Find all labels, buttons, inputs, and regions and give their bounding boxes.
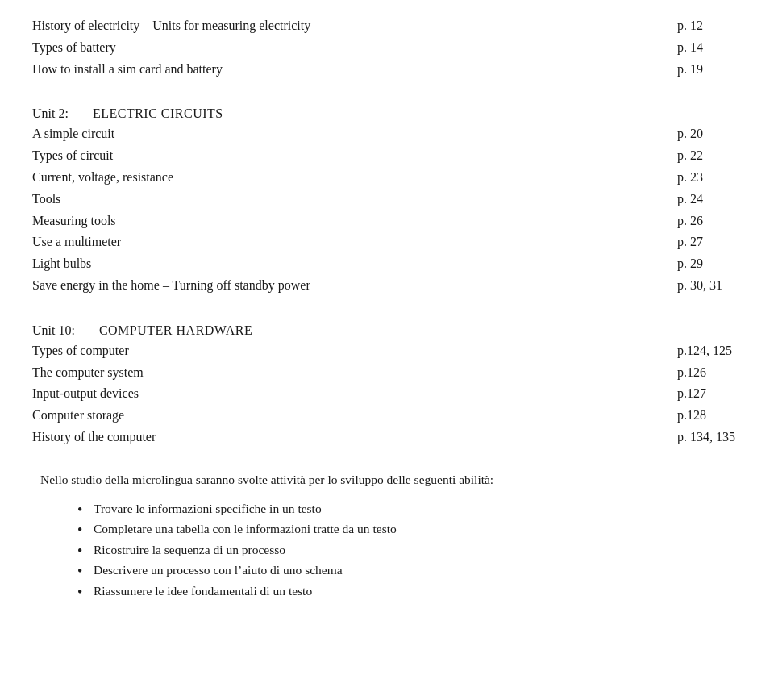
- toc-label: Tools: [32, 190, 677, 210]
- toc-row: A simple circuit p. 20: [32, 124, 742, 144]
- toc-row: Save energy in the home – Turning off st…: [32, 276, 742, 296]
- toc-label: Save energy in the home – Turning off st…: [32, 276, 677, 296]
- toc-row: How to install a sim card and battery p.…: [32, 60, 742, 80]
- toc-label: Use a multimeter: [32, 232, 677, 252]
- toc-page: p. 20: [677, 124, 742, 144]
- toc-label: History of the computer: [32, 427, 677, 448]
- notes-section: Nello studio della microlingua saranno s…: [32, 470, 742, 602]
- toc-label: The computer system: [32, 363, 677, 383]
- toc-label: Light bulbs: [32, 254, 677, 274]
- toc-page: p.124, 125: [677, 341, 742, 361]
- toc-row: Computer storage p.128: [32, 406, 742, 426]
- toc-label: Input-output devices: [32, 384, 677, 404]
- toc-page: p. 12: [677, 16, 742, 36]
- toc-label: Current, voltage, resistance: [32, 168, 677, 188]
- toc-section-3: Unit 10: COMPUTER HARDWARE Types of comp…: [32, 323, 742, 448]
- toc-row: Current, voltage, resistance p. 23: [32, 168, 742, 188]
- toc-row: Light bulbs p. 29: [32, 254, 742, 274]
- toc-label: Measuring tools: [32, 211, 677, 231]
- toc-page: p. 19: [677, 60, 742, 80]
- unit-label: Unit 10:: [32, 323, 75, 338]
- toc-page: p. 23: [677, 168, 742, 188]
- toc-page: p. 30, 31: [677, 276, 742, 296]
- toc-page: p.128: [677, 406, 742, 426]
- toc-row: Input-output devices p.127: [32, 384, 742, 404]
- toc-label: Types of computer: [32, 341, 677, 361]
- toc-section-2: Unit 2: ELECTRIC CIRCUITS A simple circu…: [32, 106, 742, 295]
- toc-page: p. 24: [677, 190, 742, 210]
- toc-row: Use a multimeter p. 27: [32, 232, 742, 252]
- toc-row: Measuring tools p. 26: [32, 211, 742, 231]
- unit-header-2: Unit 2: ELECTRIC CIRCUITS: [32, 106, 742, 121]
- toc-row: Types of circuit p. 22: [32, 146, 742, 166]
- toc-row: Tools p. 24: [32, 190, 742, 210]
- unit-title: COMPUTER HARDWARE: [99, 323, 252, 338]
- toc-label: Types of circuit: [32, 146, 677, 166]
- toc-page: p. 14: [677, 38, 742, 58]
- toc-row: History of electricity – Units for measu…: [32, 16, 742, 36]
- toc-row: Types of computer p.124, 125: [32, 341, 742, 361]
- toc-label: Computer storage: [32, 406, 677, 426]
- toc-page: p. 29: [677, 254, 742, 274]
- list-item: Ricostruire la sequenza di un processo: [81, 540, 734, 560]
- toc-section-1: History of electricity – Units for measu…: [32, 16, 742, 79]
- notes-intro: Nello studio della microlingua saranno s…: [40, 470, 734, 490]
- toc-page: p. 134, 135: [677, 427, 742, 448]
- toc-row: History of the computer p. 134, 135: [32, 427, 742, 448]
- list-item: Completare una tabella con le informazio…: [81, 519, 734, 540]
- unit-label: Unit 2:: [32, 106, 69, 121]
- toc-row: Types of battery p. 14: [32, 38, 742, 58]
- toc-page: p. 22: [677, 146, 742, 166]
- list-item: Riassumere le idee fondamentali di un te…: [81, 581, 734, 602]
- bullet-list: Trovare le informazioni specifiche in un…: [40, 498, 734, 602]
- toc-row: The computer system p.126: [32, 363, 742, 383]
- list-item: Descrivere un processo con l’aiuto di un…: [81, 560, 734, 581]
- toc-page: p. 26: [677, 211, 742, 231]
- unit-title: ELECTRIC CIRCUITS: [93, 106, 223, 121]
- toc-label: History of electricity – Units for measu…: [32, 16, 677, 36]
- toc-page: p.127: [677, 384, 742, 404]
- toc-label: Types of battery: [32, 38, 677, 58]
- unit-header-10: Unit 10: COMPUTER HARDWARE: [32, 323, 742, 338]
- list-item: Trovare le informazioni specifiche in un…: [81, 498, 734, 519]
- toc-label: How to install a sim card and battery: [32, 60, 677, 80]
- page-content: History of electricity – Units for measu…: [32, 16, 742, 601]
- toc-label: A simple circuit: [32, 124, 677, 144]
- toc-page: p.126: [677, 363, 742, 383]
- toc-page: p. 27: [677, 232, 742, 252]
